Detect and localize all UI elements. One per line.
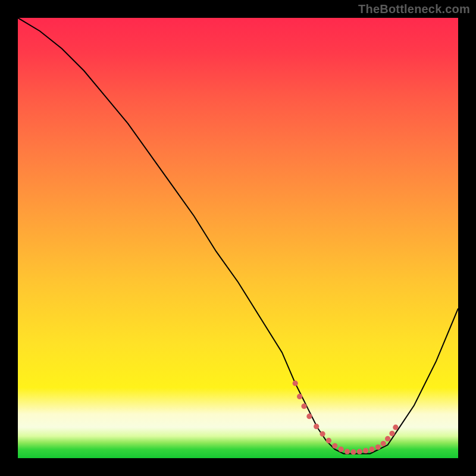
optimal-dot [332, 443, 337, 449]
watermark-label: TheBottleneck.com [358, 2, 470, 16]
optimal-dot [375, 444, 381, 450]
optimal-range-dots [293, 381, 399, 455]
optimal-dot [393, 425, 398, 430]
optimal-dot [314, 424, 319, 429]
optimal-dot [301, 403, 306, 409]
optimal-dot [306, 414, 312, 419]
optimal-dot [357, 449, 362, 454]
plot-area [18, 18, 458, 458]
chart-frame: TheBottleneck.com [0, 0, 476, 476]
chart-svg [18, 18, 458, 458]
optimal-dot [297, 394, 302, 399]
optimal-dot [293, 381, 298, 386]
optimal-dot [363, 448, 368, 453]
optimal-dot [385, 436, 390, 441]
optimal-dot [350, 449, 356, 455]
optimal-dot [320, 431, 325, 437]
optimal-dot [369, 447, 374, 452]
optimal-dot [339, 447, 344, 452]
optimal-dot [345, 449, 350, 454]
optimal-dot [326, 438, 331, 443]
bottleneck-curve [18, 18, 458, 454]
optimal-dot [389, 431, 394, 436]
optimal-dot [381, 441, 386, 446]
